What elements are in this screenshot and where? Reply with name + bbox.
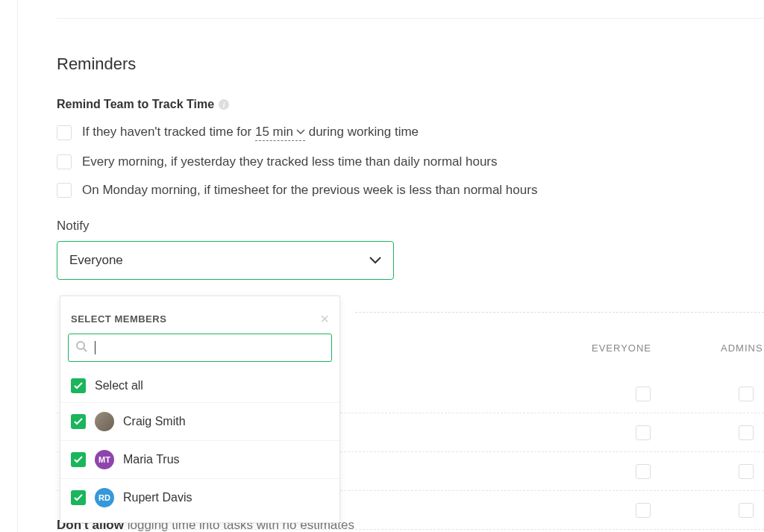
checkbox[interactable] bbox=[636, 464, 651, 479]
member-name: Maria Trus bbox=[123, 453, 180, 466]
divider bbox=[355, 312, 764, 313]
checkbox[interactable] bbox=[636, 387, 651, 401]
search-icon bbox=[75, 340, 87, 355]
reminder-option-1[interactable]: If they haven't tracked time for 15 min … bbox=[57, 125, 764, 141]
member-search-input[interactable] bbox=[68, 334, 332, 362]
divider bbox=[57, 18, 764, 19]
select-all-row[interactable]: Select all bbox=[60, 369, 339, 403]
members-dropdown: SELECT MEMBERS × Select all Craig Smith … bbox=[60, 295, 340, 523]
checkbox[interactable] bbox=[739, 425, 754, 440]
checkbox-checked[interactable] bbox=[71, 452, 86, 467]
member-row[interactable]: Craig Smith bbox=[60, 403, 339, 441]
select-all-label: Select all bbox=[95, 379, 143, 392]
checkbox[interactable] bbox=[739, 503, 754, 518]
col-everyone: EVERYONE bbox=[588, 342, 655, 354]
checkbox[interactable] bbox=[57, 125, 72, 140]
avatar: MT bbox=[95, 450, 114, 469]
remind-team-text: Remind Team to Track Time bbox=[57, 98, 214, 111]
reminder-option-2[interactable]: Every morning, if yesterday they tracked… bbox=[57, 154, 764, 169]
member-row[interactable]: MT Maria Trus bbox=[60, 441, 339, 479]
close-icon[interactable]: × bbox=[320, 311, 329, 326]
member-name: Craig Smith bbox=[123, 415, 186, 428]
reminder-option-1-text: If they haven't tracked time for 15 min … bbox=[82, 125, 419, 141]
checkbox[interactable] bbox=[57, 183, 72, 198]
member-row[interactable]: RD Rupert Davis bbox=[60, 479, 339, 516]
notify-select-value: Everyone bbox=[69, 253, 123, 268]
reminder-option-2-text: Every morning, if yesterday they tracked… bbox=[82, 154, 498, 169]
remind-team-label: Remind Team to Track Time i bbox=[57, 98, 764, 111]
checkbox-checked[interactable] bbox=[71, 378, 86, 393]
avatar bbox=[95, 412, 114, 431]
avatar: RD bbox=[95, 488, 114, 507]
svg-line-1 bbox=[84, 348, 87, 351]
checkbox-checked[interactable] bbox=[71, 490, 86, 505]
reminder-option-3-text: On Monday morning, if timesheet for the … bbox=[82, 183, 537, 198]
member-name: Rupert Davis bbox=[123, 491, 192, 504]
checkbox-checked[interactable] bbox=[71, 414, 86, 429]
checkbox[interactable] bbox=[739, 387, 754, 401]
notify-select[interactable]: Everyone bbox=[57, 241, 394, 280]
checkbox[interactable] bbox=[636, 425, 651, 440]
dropdown-header-label: SELECT MEMBERS bbox=[71, 313, 166, 325]
left-rail bbox=[0, 0, 18, 532]
svg-point-0 bbox=[77, 342, 84, 349]
checkbox[interactable] bbox=[739, 464, 754, 479]
search-wrap bbox=[68, 334, 332, 362]
text-caret bbox=[95, 341, 96, 354]
checkbox[interactable] bbox=[57, 154, 72, 169]
chevron-down-icon bbox=[296, 129, 305, 135]
reminder-option-3[interactable]: On Monday morning, if timesheet for the … bbox=[57, 183, 764, 198]
notify-label: Notify bbox=[57, 219, 764, 234]
checkbox[interactable] bbox=[636, 503, 651, 518]
dropdown-header: SELECT MEMBERS × bbox=[60, 311, 339, 334]
chevron-down-icon bbox=[369, 257, 381, 264]
info-icon[interactable]: i bbox=[219, 99, 229, 110]
duration-dropdown[interactable]: 15 min bbox=[255, 125, 305, 141]
col-admins: ADMINS bbox=[721, 342, 764, 354]
section-title: Reminders bbox=[57, 54, 764, 74]
